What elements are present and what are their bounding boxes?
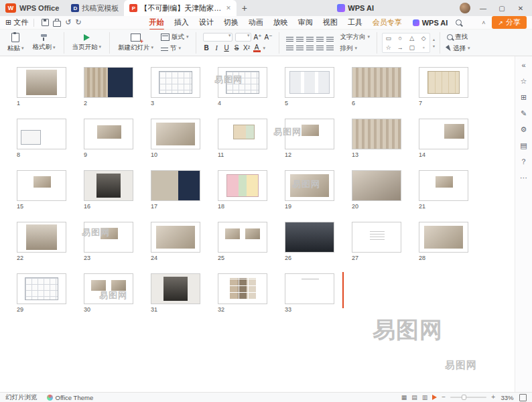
doc-tab-current[interactable]: P 【不可删编】天津陆家嘴办公... ✕ (124, 0, 237, 16)
slide-thumbnail[interactable] (218, 119, 267, 149)
slide-7[interactable]: 7 (419, 67, 468, 107)
slide-18[interactable]: 18 (218, 170, 267, 210)
slide-thumbnail[interactable] (218, 273, 267, 304)
shape-circle-icon[interactable]: ○ (399, 35, 402, 42)
slide-26[interactable]: 26 (285, 222, 334, 261)
edit-icon[interactable]: ✎ (521, 110, 527, 117)
layout-icon[interactable]: ▤ (520, 142, 527, 149)
slide-2[interactable]: 2 (84, 67, 133, 107)
play-from-current-button[interactable]: 当页开始▾ (69, 33, 105, 53)
menu-tab-开始[interactable]: 开始 (148, 17, 165, 28)
italic-button[interactable]: I (213, 44, 220, 52)
slide-thumbnail[interactable] (84, 170, 133, 201)
layout-button[interactable]: 版式▾ (159, 33, 191, 42)
print-icon[interactable] (53, 19, 61, 27)
undo-icon[interactable]: ↺ (65, 18, 71, 27)
slide-8[interactable]: 8 (17, 119, 66, 158)
numbering-icon[interactable] (296, 36, 304, 42)
line-spacing-icon[interactable] (326, 36, 334, 42)
slide-31[interactable]: 31 (151, 273, 200, 313)
menu-tab-动画[interactable]: 动画 (247, 17, 265, 28)
slide-6[interactable]: 6 (352, 67, 401, 107)
font-color-button[interactable]: A (253, 44, 261, 52)
search-icon[interactable] (456, 19, 462, 25)
slide-thumbnail[interactable] (17, 170, 66, 201)
slide-thumbnail[interactable] (285, 170, 334, 201)
slide-thumbnail[interactable] (151, 119, 200, 149)
slide-5[interactable]: 5 (285, 67, 334, 107)
shape-star-icon[interactable]: ☆ (386, 44, 391, 51)
slide-13[interactable]: 13 (352, 119, 401, 158)
settings-icon[interactable]: ⚙ (521, 126, 527, 133)
doc-tab-template[interactable]: D 找稿宽模板 (66, 0, 124, 16)
section-button[interactable]: 节▾ (159, 44, 191, 53)
slide-9[interactable]: 9 (84, 119, 133, 158)
slide-thumbnail[interactable] (151, 67, 200, 98)
new-tab-button[interactable]: + (242, 3, 247, 13)
menu-tab-工具[interactable]: 工具 (346, 17, 364, 28)
minimize-button[interactable]: — (477, 5, 489, 12)
more-icon[interactable]: ⋯ (520, 174, 527, 182)
shapes-down-icon[interactable]: ▾ (433, 44, 435, 48)
wps-ai-button[interactable]: WPS AI (337, 4, 374, 12)
slide-4[interactable]: 4 (218, 67, 267, 107)
slide-24[interactable]: 24 (151, 222, 200, 261)
slide-thumbnail[interactable] (218, 67, 267, 98)
slide-30[interactable]: 30 (84, 273, 133, 313)
slide-thumbnail[interactable] (17, 222, 66, 253)
indent-increase-icon[interactable] (316, 36, 324, 42)
slide-21[interactable]: 21 (419, 170, 468, 210)
slide-thumbnail[interactable] (419, 67, 468, 98)
slide-16[interactable]: 16 (84, 170, 133, 210)
slide-thumbnail[interactable] (17, 273, 66, 304)
shape-square-icon[interactable]: ▢ (409, 44, 415, 51)
bullets-icon[interactable] (286, 36, 293, 42)
slide-thumbnail[interactable] (84, 67, 133, 98)
save-icon[interactable] (42, 19, 49, 26)
slide-thumbnail[interactable] (151, 170, 200, 201)
slide-1[interactable]: 1 (17, 67, 66, 107)
paste-button[interactable]: 粘贴▾ (4, 31, 27, 54)
slide-28[interactable]: 28 (419, 222, 468, 261)
font-color-caret[interactable]: ▾ (263, 46, 266, 51)
file-menu[interactable]: ⊞ 文件 (5, 17, 28, 27)
shapes-gallery[interactable]: ▭ ○ △ ◇ ☆ → ▢ ◦ (382, 33, 430, 53)
format-painter-button[interactable]: 格式刷▾ (29, 32, 59, 53)
slide-thumbnail[interactable] (218, 170, 267, 201)
menu-tab-切换[interactable]: 切换 (222, 17, 240, 28)
indent-decrease-icon[interactable] (306, 36, 314, 42)
menu-tab-会员专享[interactable]: 会员专享 (371, 17, 403, 28)
favorites-icon[interactable]: ☆ (521, 78, 527, 85)
shape-triangle-icon[interactable]: △ (409, 35, 414, 42)
slide-15[interactable]: 15 (17, 170, 66, 210)
slide-thumbnail[interactable] (419, 170, 468, 201)
slide-thumbnail[interactable] (84, 119, 133, 149)
slide-29[interactable]: 29 (17, 273, 66, 313)
slide-thumbnail[interactable] (285, 119, 334, 149)
shape-arrow-icon[interactable]: → (397, 44, 403, 51)
close-button[interactable]: ✕ (515, 5, 527, 12)
shapes-up-icon[interactable]: ▴ (433, 37, 435, 42)
slide-thumbnail[interactable] (84, 222, 133, 253)
shape-diamond-icon[interactable]: ◇ (421, 35, 426, 42)
slide-22[interactable]: 22 (17, 222, 66, 261)
shape-rect-icon[interactable]: ▭ (385, 35, 391, 42)
text-direction-button[interactable]: 文字方向▾ (338, 33, 372, 42)
reading-view-icon[interactable]: ▥ (422, 395, 428, 401)
increase-font-icon[interactable]: A⁺ (254, 34, 262, 42)
slide-thumbnail[interactable] (285, 273, 334, 304)
slide-17[interactable]: 17 (151, 170, 200, 210)
menu-tab-审阅[interactable]: 审阅 (297, 17, 314, 28)
menu-tab-视图[interactable]: 视图 (322, 17, 339, 28)
font-family-select[interactable] (203, 33, 232, 42)
slide-thumbnail[interactable] (17, 119, 66, 149)
slide-19[interactable]: 19 (285, 170, 334, 210)
decrease-font-icon[interactable]: A⁻ (265, 34, 273, 42)
slide-3[interactable]: 3 (151, 67, 200, 107)
zoom-in-button[interactable]: + (491, 394, 495, 401)
slideshow-icon[interactable] (432, 395, 437, 400)
align-center-icon[interactable] (296, 44, 304, 50)
fit-window-icon[interactable] (519, 394, 527, 401)
select-button[interactable]: 选择▾ (445, 44, 472, 53)
slide-thumbnail[interactable] (419, 222, 468, 253)
